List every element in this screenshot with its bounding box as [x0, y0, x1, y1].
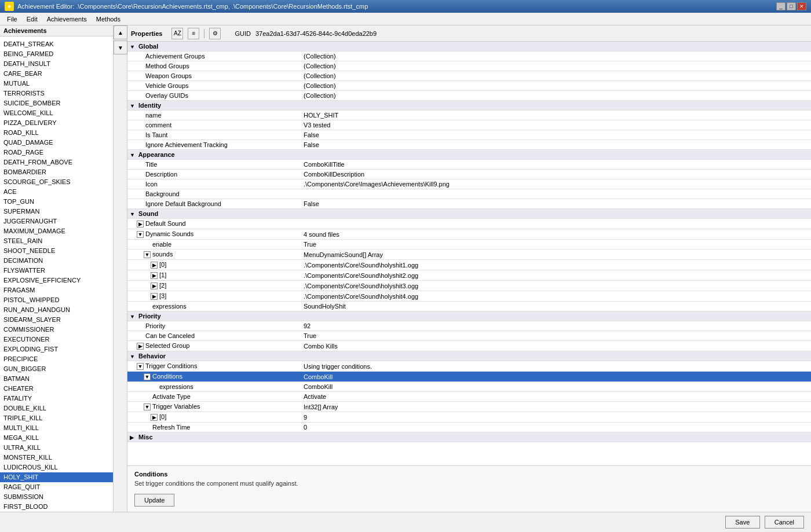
- expand-icon[interactable]: ▼: [144, 251, 151, 258]
- achievement-item[interactable]: TRIPLE_KILL: [0, 413, 113, 423]
- prop-value: V3 tested: [301, 120, 811, 130]
- expand-icon[interactable]: ▶: [137, 343, 144, 350]
- expand-icon[interactable]: ▼: [144, 373, 151, 380]
- expand-icon[interactable]: ▼: [137, 231, 144, 238]
- maximize-button[interactable]: □: [787, 2, 796, 10]
- achievement-item[interactable]: GUN_BIGGER: [0, 364, 113, 374]
- section-header[interactable]: ▶ Misc: [127, 432, 811, 442]
- achievement-item[interactable]: RUN_AND_HANDGUN: [0, 305, 113, 315]
- achievement-item[interactable]: MUTUAL: [0, 79, 113, 89]
- achievement-item[interactable]: ACE: [0, 187, 113, 197]
- section-header[interactable]: ▼ Behavior: [127, 351, 811, 361]
- achievement-item[interactable]: CHEATER: [0, 384, 113, 394]
- achievement-item[interactable]: BATMAN: [0, 374, 113, 384]
- achievement-item[interactable]: HOLY_SHIT: [0, 472, 113, 482]
- section-header[interactable]: ▼ Appearance: [127, 150, 811, 160]
- achievement-item[interactable]: LUDICROUS_KILL: [0, 463, 113, 472]
- achievement-item[interactable]: MONSTER_KILL: [0, 453, 113, 463]
- prop-name: Priority: [127, 321, 301, 331]
- prop-name: ▼Conditions: [127, 372, 301, 382]
- app-icon: ★: [5, 2, 14, 11]
- save-button[interactable]: Save: [725, 516, 760, 529]
- scroll-down-button[interactable]: ▼: [114, 41, 127, 54]
- update-button[interactable]: Update: [134, 494, 174, 507]
- achievement-item[interactable]: TERRORISTS: [0, 89, 113, 98]
- sort-category-button[interactable]: ≡: [188, 28, 199, 39]
- achievement-item[interactable]: EXPLOSIVE_EFFICIENCY: [0, 276, 113, 285]
- prop-name: comment: [127, 120, 301, 130]
- achievement-item[interactable]: SUBMISSION: [0, 492, 113, 502]
- achievement-item[interactable]: COMMISSIONER: [0, 325, 113, 335]
- achievement-item[interactable]: PRECIPICE: [0, 354, 113, 364]
- achievement-item[interactable]: DECIMATION: [0, 256, 113, 266]
- toolbar-extra-button[interactable]: ⚙: [209, 28, 221, 39]
- achievement-item[interactable]: SIDEARM_SLAYER: [0, 315, 113, 325]
- menu-achievements[interactable]: Achievements: [42, 14, 92, 24]
- prop-row: DescriptionComboKillDescription: [127, 170, 811, 179]
- prop-row: ▼soundsMenuDynamicSound[] Array: [127, 250, 811, 260]
- expand-icon[interactable]: ▶: [151, 282, 158, 289]
- section-header[interactable]: ▼ Sound: [127, 209, 811, 219]
- prop-name: Title: [127, 160, 301, 170]
- prop-name: ▶[2]: [127, 281, 301, 291]
- cancel-button[interactable]: Cancel: [765, 516, 804, 529]
- achievement-item[interactable]: EXPLODING_FIST: [0, 344, 113, 354]
- info-description: Set trigger conditions the component mus…: [134, 480, 804, 487]
- achievement-item[interactable]: FRAGASM: [0, 285, 113, 295]
- achievement-item[interactable]: PISTOL_WHIPPED: [0, 295, 113, 305]
- achievement-item[interactable]: DEATH_FROM_ABOVE: [0, 157, 113, 167]
- expand-icon[interactable]: ▶: [151, 262, 158, 269]
- expand-icon[interactable]: ▶: [151, 293, 158, 300]
- achievement-item[interactable]: STEEL_RAIN: [0, 236, 113, 246]
- achievement-item[interactable]: ROAD_KILL: [0, 128, 113, 138]
- achievement-item[interactable]: ULTRA_KILL: [0, 443, 113, 453]
- section-header[interactable]: ▼ Priority: [127, 311, 811, 321]
- expand-icon[interactable]: ▼: [144, 403, 151, 410]
- achievement-item[interactable]: FATALITY: [0, 394, 113, 403]
- menu-edit[interactable]: Edit: [22, 14, 42, 24]
- prop-value: 4 sound files: [301, 229, 811, 240]
- achievement-item[interactable]: FIRST_BLOOD: [0, 502, 113, 512]
- expand-icon[interactable]: ▶: [151, 414, 158, 421]
- scroll-up-button[interactable]: ▲: [114, 25, 127, 39]
- prop-row: ▶Selected GroupCombo Kills: [127, 341, 811, 351]
- achievement-item[interactable]: DEATH_STREAK: [0, 39, 113, 49]
- achievement-item[interactable]: JUGGERNAUGHT: [0, 217, 113, 226]
- expand-icon[interactable]: ▶: [137, 221, 144, 228]
- achievement-item[interactable]: TOP_GUN: [0, 197, 113, 207]
- achievement-item[interactable]: PIZZA_DELIVERY: [0, 118, 113, 128]
- achievement-item[interactable]: RAGE_QUIT: [0, 482, 113, 492]
- prop-value: 92: [301, 321, 811, 331]
- achievement-item[interactable]: CARE_BEAR: [0, 69, 113, 79]
- achievement-item[interactable]: SUICIDE_BOMBER: [0, 98, 113, 108]
- achievement-item[interactable]: MAXIMUM_DAMAGE: [0, 226, 113, 236]
- expand-icon[interactable]: ▶: [151, 272, 158, 279]
- achievement-item[interactable]: FLYSWATTER: [0, 266, 113, 276]
- sort-alpha-button[interactable]: AZ: [171, 28, 183, 39]
- achievement-item[interactable]: BOMBARDIER: [0, 167, 113, 177]
- achievement-item[interactable]: SHOOT_NEEDLE: [0, 246, 113, 256]
- achievement-item[interactable]: BEING_FARMED: [0, 49, 113, 59]
- close-button[interactable]: ✕: [797, 2, 806, 10]
- achievement-item[interactable]: MEGA_KILL: [0, 433, 113, 443]
- section-toggle-icon: ▼: [130, 314, 137, 320]
- achievement-item[interactable]: DOUBLE_KILL: [0, 403, 113, 413]
- section-header[interactable]: ▼ Global: [127, 42, 811, 52]
- achievement-item[interactable]: MULTI_KILL: [0, 423, 113, 433]
- achievement-item[interactable]: DEATH_INSULT: [0, 59, 113, 69]
- achievement-item[interactable]: ROAD_RAGE: [0, 148, 113, 157]
- achievement-item[interactable]: SUPERMAN: [0, 207, 113, 217]
- minimize-button[interactable]: _: [776, 2, 786, 10]
- menu-file[interactable]: File: [2, 14, 22, 24]
- prop-name: Activate Type: [127, 392, 301, 402]
- prop-row: ▶[0].\Components\Core\Sound\holyshit1.og…: [127, 260, 811, 270]
- achievement-item[interactable]: SCOURGE_OF_SKIES: [0, 177, 113, 187]
- achievement-item[interactable]: EXECUTIONER: [0, 335, 113, 344]
- section-header[interactable]: ▼ Identity: [127, 101, 811, 111]
- achievement-item[interactable]: QUAD_DAMAGE: [0, 138, 113, 148]
- prop-row: ▼Trigger ConditionsUsing trigger conditi…: [127, 361, 811, 372]
- achievement-item[interactable]: WELCOME_KILL: [0, 108, 113, 118]
- expand-icon[interactable]: ▼: [137, 363, 144, 370]
- menu-methods[interactable]: Methods: [92, 14, 125, 24]
- prop-row: Vehicle Groups(Collection): [127, 81, 811, 91]
